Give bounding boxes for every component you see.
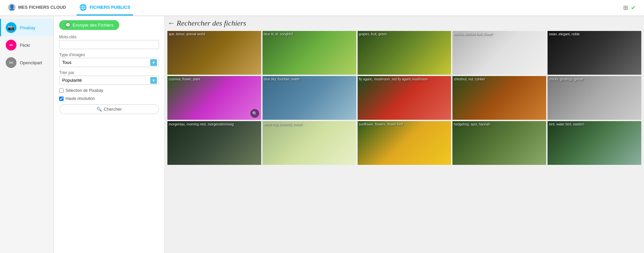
- pixabay-icon: 📷: [6, 22, 16, 33]
- hd-label: Haute résolution: [66, 96, 95, 101]
- search-header-title: ← Rechercher des fichiers: [167, 19, 246, 28]
- keywords-input[interactable]: [59, 40, 159, 49]
- keywords-section: Mots-clés: [59, 35, 159, 49]
- top-right-controls: ⊞ ✔: [623, 4, 639, 11]
- image-tile[interactable]: fly agaric, mushroom, red fly agaric mus…: [358, 76, 451, 120]
- image-tile[interactable]: chestnut, nut, conker: [452, 76, 546, 120]
- image-tile[interactable]: bird, water bird, eastern: [548, 121, 641, 165]
- image-tile[interactable]: sunflower, flowers, flower bed: [358, 121, 451, 165]
- image-tile[interactable]: cosmea, flower, plant🔍: [167, 76, 261, 120]
- image-tile[interactable]: swan, elegant, noble: [548, 31, 641, 75]
- content-area: ← Rechercher des fichiers ape, lemur, an…: [165, 16, 644, 253]
- sort-label: Trier par: [59, 70, 159, 75]
- sidebar-item-flickr[interactable]: •• Flickr: [0, 36, 53, 54]
- image-type-select[interactable]: Tous Photos Illustrations Vecteurs: [59, 58, 159, 67]
- search-button[interactable]: 🔍 Chercher: [59, 104, 159, 114]
- sidebar-openclipart-label: Openclipart: [20, 60, 42, 65]
- send-files-button[interactable]: 💬 Envoyer des Fichiers: [59, 20, 119, 30]
- tile-search-overlay[interactable]: 🔍: [250, 109, 259, 118]
- nav-fichiers-publics[interactable]: 🌐 FICHIERS PUBLICS: [77, 0, 133, 15]
- sidebar-item-pixabay[interactable]: 📷 Pixabay: [0, 19, 53, 36]
- image-tile[interactable]: blue tit, tit, songbird: [263, 31, 356, 75]
- main-layout: 📷 Pixabay •• Flickr ✂ Openclipart 💬 Envo…: [0, 16, 644, 253]
- search-panel: 💬 Envoyer des Fichiers Mots-clés Type d'…: [54, 16, 165, 253]
- image-type-select-wrap: Tous Photos Illustrations Vecteurs ▼: [59, 58, 159, 67]
- nav-mes-fichiers[interactable]: 👤 MES FICHIERS CLOUD: [5, 0, 69, 15]
- search-icon: 🔍: [96, 107, 102, 112]
- nav-fichiers-publics-label: FICHIERS PUBLICS: [89, 5, 130, 10]
- image-tile[interactable]: white ling, butterfly, insect: [263, 121, 356, 165]
- image-tile[interactable]: grapes, fruit, green: [358, 31, 451, 75]
- openclipart-icon: ✂: [6, 57, 16, 68]
- sidebar: 📷 Pixabay •• Flickr ✂ Openclipart: [0, 16, 54, 253]
- image-tile[interactable]: chicks, goslings, goose: [548, 76, 641, 120]
- hd-row: Haute résolution: [59, 96, 159, 101]
- top-navigation: 👤 MES FICHIERS CLOUD 🌐 FICHIERS PUBLICS …: [0, 0, 644, 16]
- globe-icon: 🌐: [79, 4, 87, 11]
- flickr-icon: ••: [6, 40, 16, 50]
- sort-select[interactable]: Popularité Date Pertinence: [59, 76, 159, 85]
- sidebar-item-openclipart[interactable]: ✂ Openclipart: [0, 54, 53, 71]
- grid-view-icon[interactable]: ⊞: [623, 4, 628, 11]
- sort-select-wrap: Popularité Date Pertinence ▼: [59, 76, 159, 85]
- image-type-label: Type d'images: [59, 52, 159, 57]
- check-icon[interactable]: ✔: [631, 4, 636, 11]
- search-header-row: ← Rechercher des fichiers: [167, 17, 641, 29]
- image-tile[interactable]: morgentau, morning mist, morgenstimmung: [167, 121, 261, 165]
- person-icon: 👤: [8, 4, 15, 11]
- image-grid: ape, lemur, animal worldblue tit, tit, s…: [167, 31, 641, 165]
- nav-mes-fichiers-label: MES FICHIERS CLOUD: [18, 5, 66, 10]
- pixabay-selection-label: Sélection de Pixabay: [66, 88, 103, 93]
- keywords-label: Mots-clés: [59, 35, 159, 39]
- sidebar-flickr-label: Flickr: [20, 43, 30, 48]
- image-tile[interactable]: ape, lemur, animal world: [167, 31, 261, 75]
- pixabay-selection-checkbox[interactable]: [59, 88, 64, 93]
- hd-checkbox[interactable]: [59, 97, 64, 101]
- image-type-section: Type d'images Tous Photos Illustrations …: [59, 52, 159, 67]
- sidebar-pixabay-label: Pixabay: [20, 25, 35, 30]
- send-icon: 💬: [65, 23, 71, 28]
- sort-section: Trier par Popularité Date Pertinence ▼: [59, 70, 159, 85]
- pixabay-selection-row: Sélection de Pixabay: [59, 88, 159, 93]
- image-tile[interactable]: blue sky, fountain, water: [263, 76, 356, 120]
- image-tile[interactable]: dahlia, dahlias bud, flower: [452, 31, 546, 75]
- image-tile[interactable]: hedgehog, spur, hannah: [452, 121, 546, 165]
- send-files-label: Envoyer des Fichiers: [73, 23, 113, 28]
- search-button-label: Chercher: [104, 107, 122, 112]
